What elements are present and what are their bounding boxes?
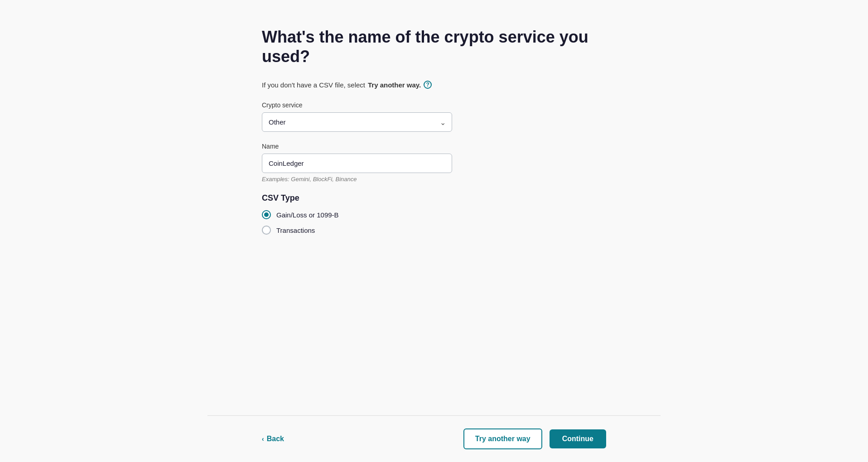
back-chevron-icon: ‹ <box>262 435 264 443</box>
radio-transactions-circle[interactable] <box>262 226 271 235</box>
back-label: Back <box>267 435 284 443</box>
try-another-way-button[interactable]: Try another way <box>463 428 542 449</box>
name-label: Name <box>262 143 606 150</box>
radio-gain-loss-circle[interactable] <box>262 210 271 219</box>
csv-type-title: CSV Type <box>262 193 606 203</box>
radio-item-gain-loss[interactable]: Gain/Loss or 1099-B <box>262 210 606 219</box>
name-field-group: Name Examples: Gemini, BlockFi, Binance <box>262 143 606 183</box>
footer: ‹ Back Try another way Continue <box>262 416 606 462</box>
back-button[interactable]: ‹ Back <box>262 435 284 443</box>
crypto-service-select-wrapper: Other Coinbase Binance Kraken Gemini Blo… <box>262 112 452 132</box>
csv-type-radio-group: Gain/Loss or 1099-B Transactions <box>262 210 606 235</box>
footer-right: Try another way Continue <box>463 428 606 449</box>
radio-transactions-label: Transactions <box>276 226 315 234</box>
help-icon[interactable]: ? <box>424 81 432 89</box>
name-input[interactable] <box>262 154 452 173</box>
subtitle: If you don't have a CSV file, select Try… <box>262 81 606 89</box>
crypto-service-field-group: Crypto service Other Coinbase Binance Kr… <box>262 101 606 132</box>
try-another-way-link[interactable]: Try another way. <box>368 81 421 89</box>
radio-item-transactions[interactable]: Transactions <box>262 226 606 235</box>
crypto-service-select[interactable]: Other Coinbase Binance Kraken Gemini Blo… <box>262 112 452 132</box>
csv-type-section: CSV Type Gain/Loss or 1099-B Transaction… <box>262 193 606 235</box>
name-field-hint: Examples: Gemini, BlockFi, Binance <box>262 176 606 183</box>
subtitle-text: If you don't have a CSV file, select <box>262 81 365 89</box>
page-title: What's the name of the crypto service yo… <box>262 27 606 66</box>
radio-gain-loss-label: Gain/Loss or 1099-B <box>276 211 339 219</box>
crypto-service-label: Crypto service <box>262 101 606 109</box>
continue-button[interactable]: Continue <box>550 429 606 448</box>
